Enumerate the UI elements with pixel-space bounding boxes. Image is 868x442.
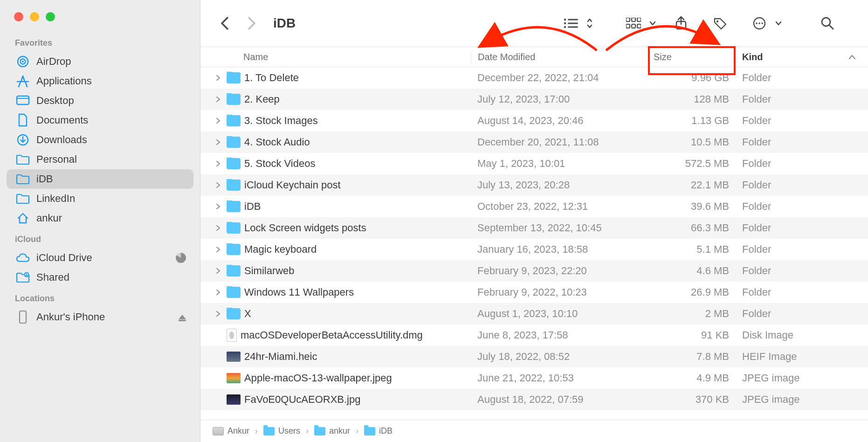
svg-rect-14 (568, 27, 578, 28)
path-segment[interactable]: Users (278, 426, 300, 436)
file-row[interactable]: 1. To Delete December 22, 2022, 21:04 9.… (200, 67, 868, 89)
path-segment[interactable]: ankur (329, 426, 350, 436)
file-row[interactable]: 2. Keep July 12, 2023, 17:00 128 MB Fold… (200, 89, 868, 110)
file-row[interactable]: X August 1, 2023, 10:10 2 MB Folder (200, 303, 868, 325)
svg-rect-3 (17, 96, 29, 104)
disclosure-triangle-icon[interactable] (214, 75, 223, 81)
sidebar-item-airdrop[interactable]: AirDrop (7, 52, 193, 71)
file-name: Windows 11 Wallpapers (244, 286, 354, 298)
svg-rect-19 (632, 24, 635, 28)
share-button[interactable] (668, 13, 694, 34)
file-row[interactable]: Magic keyboard January 16, 2023, 18:58 5… (200, 239, 868, 260)
file-row[interactable]: 4. Stock Audio December 20, 2021, 11:08 … (200, 131, 868, 153)
minimize-window-button[interactable] (30, 12, 39, 21)
sidebar-item-ankur-s-iphone[interactable]: Ankur's iPhone (7, 307, 193, 327)
downloads-icon (16, 133, 30, 147)
sidebar-item-label: Shared (36, 271, 69, 283)
disclosure-triangle-icon[interactable] (214, 96, 223, 103)
file-row[interactable]: iDB October 23, 2022, 12:31 39.6 MB Fold… (200, 196, 868, 217)
search-button[interactable] (815, 13, 840, 34)
view-options-button[interactable] (554, 13, 593, 34)
file-row[interactable]: iCloud Keychain post July 13, 2023, 20:2… (200, 174, 868, 196)
file-date: July 13, 2023, 20:28 (471, 179, 647, 191)
sidebar-item-icloud-drive[interactable]: iCloud Drive (7, 248, 193, 268)
file-date: May 1, 2023, 10:01 (471, 158, 647, 170)
file-row[interactable]: Windows 11 Wallpapers February 9, 2022, … (200, 282, 868, 303)
sidebar-section-icloud: iCloud (7, 231, 193, 248)
sidebar-item-applications[interactable]: Applications (7, 71, 193, 91)
file-row[interactable]: macOSDeveloperBetaAccessUtility.dmg June… (200, 325, 868, 346)
sidebar-item-shared[interactable]: Shared (7, 268, 193, 287)
disclosure-triangle-icon[interactable] (214, 311, 223, 317)
img2-icon (227, 373, 241, 383)
apps-icon (16, 74, 30, 88)
file-date: August 14, 2023, 20:46 (471, 115, 647, 127)
file-size: 572.5 MB (647, 158, 736, 170)
sidebar-item-label: iCloud Drive (36, 252, 92, 264)
folder-icon (227, 158, 241, 169)
column-header-size[interactable]: Size (647, 52, 736, 62)
sort-indicator-icon (848, 54, 856, 60)
sidebar-item-label: ankur (36, 212, 62, 224)
svg-point-26 (761, 22, 763, 24)
svg-point-9 (564, 19, 566, 21)
file-size: 4.9 MB (647, 372, 736, 384)
sidebar-item-personal[interactable]: Personal (7, 150, 193, 169)
disclosure-triangle-icon[interactable] (214, 160, 223, 167)
file-list[interactable]: 1. To Delete December 22, 2022, 21:04 9.… (200, 67, 868, 420)
disclosure-triangle-icon[interactable] (214, 139, 223, 145)
window-controls (0, 5, 200, 35)
column-headers: Name Date Modified Size Kind (200, 47, 868, 67)
file-name: 2. Keep (244, 93, 280, 105)
sidebar-item-documents[interactable]: Documents (7, 110, 193, 130)
disclosure-triangle-icon[interactable] (214, 182, 223, 188)
path-bar: Ankur›Users›ankur›iDB (200, 420, 868, 442)
sidebar-item-linkedin[interactable]: LinkedIn (7, 189, 193, 208)
file-size: 370 KB (647, 394, 736, 406)
sidebar-item-downloads[interactable]: Downloads (7, 130, 193, 150)
file-row[interactable]: 3. Stock Images August 14, 2023, 20:46 1… (200, 110, 868, 131)
file-date: August 18, 2022, 07:59 (471, 394, 647, 406)
sync-progress-icon (176, 253, 186, 263)
group-by-button[interactable] (616, 13, 656, 34)
file-kind: Disk Image (736, 329, 868, 341)
disclosure-triangle-icon[interactable] (214, 268, 223, 274)
forward-button[interactable] (241, 13, 262, 34)
file-row[interactable]: FaVoE0QUcAEORXB.jpg August 18, 2022, 07:… (200, 389, 868, 410)
disclosure-triangle-icon[interactable] (214, 117, 223, 124)
folder-icon (227, 94, 241, 105)
eject-button[interactable] (179, 315, 186, 319)
folder-icon (16, 172, 30, 186)
path-segment[interactable]: Ankur (227, 426, 249, 436)
list-view-icon (558, 13, 584, 34)
file-row[interactable]: 5. Stock Videos May 1, 2023, 10:01 572.5… (200, 153, 868, 174)
sidebar-item-ankur[interactable]: ankur (7, 208, 193, 228)
file-row[interactable]: Lock Screen widgets posts September 13, … (200, 217, 868, 239)
file-size: 2 MB (647, 308, 736, 320)
file-row[interactable]: Apple-macOS-13-wallpaper.jpeg June 21, 2… (200, 367, 868, 389)
disclosure-triangle-icon[interactable] (214, 289, 223, 296)
sidebar-item-label: Applications (36, 75, 92, 87)
svg-point-13 (564, 26, 566, 28)
file-name: FaVoE0QUcAEORXB.jpg (244, 394, 360, 406)
zoom-window-button[interactable] (46, 12, 55, 21)
column-header-name[interactable]: Name (200, 52, 471, 62)
sidebar-section-favorites: Favorites (7, 35, 193, 52)
disclosure-triangle-icon[interactable] (214, 203, 223, 210)
action-menu-button[interactable] (742, 13, 782, 34)
file-row[interactable]: 24hr-Miami.heic July 18, 2022, 08:52 7.8… (200, 346, 868, 367)
sidebar-item-desktop[interactable]: Desktop (7, 91, 193, 110)
svg-rect-17 (637, 18, 641, 21)
column-header-kind[interactable]: Kind (736, 52, 868, 62)
img-icon (227, 352, 241, 362)
svg-point-2 (22, 61, 24, 62)
tags-button[interactable] (708, 13, 733, 34)
sidebar-item-idb[interactable]: iDB (7, 169, 193, 189)
back-button[interactable] (214, 13, 236, 34)
close-window-button[interactable] (14, 12, 23, 21)
disclosure-triangle-icon[interactable] (214, 225, 223, 231)
path-segment[interactable]: iDB (379, 426, 393, 436)
disclosure-triangle-icon[interactable] (214, 246, 223, 253)
file-row[interactable]: Similarweb February 9, 2023, 22:20 4.6 M… (200, 260, 868, 282)
column-header-date[interactable]: Date Modified (471, 52, 647, 62)
